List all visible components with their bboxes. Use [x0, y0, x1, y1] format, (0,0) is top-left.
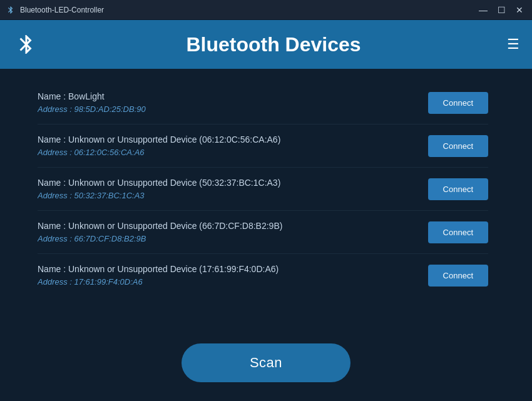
device-address: Address : 50:32:37:BC:1C:A3 [38, 191, 280, 200]
connect-button[interactable]: Connect [428, 135, 488, 157]
main-content: Name : BowLight Address : 98:5D:AD:25:DB… [0, 69, 532, 401]
list-item: Name : Unknown or Unsupported Device (66… [38, 211, 488, 254]
app-header: Bluetooth Devices ☰ [0, 20, 532, 69]
app-bluetooth-icon [6, 6, 15, 14]
list-item: Name : Unknown or Unsupported Device (50… [38, 168, 488, 211]
scan-button-container: Scan [38, 332, 494, 388]
device-name: Name : Unknown or Unsupported Device (66… [38, 221, 282, 231]
minimize-button[interactable]: — [476, 5, 490, 15]
scan-button[interactable]: Scan [182, 343, 350, 382]
device-list[interactable]: Name : BowLight Address : 98:5D:AD:25:DB… [38, 81, 494, 332]
list-item: Name : Unknown or Unsupported Device (17… [38, 254, 488, 297]
device-address: Address : 06:12:0C:56:CA:A6 [38, 148, 280, 157]
page-title: Bluetooth Devices [40, 33, 507, 56]
app-title: Bluetooth-LED-Controller [20, 6, 104, 14]
device-info: Name : Unknown or Unsupported Device (17… [38, 264, 279, 287]
connect-button[interactable]: Connect [428, 265, 488, 287]
list-item: Name : BowLight Address : 98:5D:AD:25:DB… [38, 81, 488, 124]
menu-icon[interactable]: ☰ [507, 36, 519, 53]
device-info: Name : Unknown or Unsupported Device (50… [38, 178, 280, 200]
device-info: Name : Unknown or Unsupported Device (66… [38, 221, 282, 243]
connect-button[interactable]: Connect [428, 92, 488, 114]
title-bar-left: Bluetooth-LED-Controller [6, 6, 104, 14]
device-name: Name : Unknown or Unsupported Device (06… [38, 135, 280, 145]
connect-button[interactable]: Connect [428, 221, 488, 243]
device-address: Address : 17:61:99:F4:0D:A6 [38, 277, 279, 287]
device-info: Name : BowLight Address : 98:5D:AD:25:DB… [38, 91, 146, 114]
device-name: Name : Unknown or Unsupported Device (50… [38, 178, 280, 188]
title-bar: Bluetooth-LED-Controller — ☐ ✕ [0, 0, 532, 20]
bluetooth-icon [13, 31, 40, 58]
title-bar-controls[interactable]: — ☐ ✕ [476, 5, 526, 15]
device-name: Name : Unknown or Unsupported Device (17… [38, 264, 279, 274]
device-address: Address : 66:7D:CF:D8:B2:9B [38, 234, 282, 243]
device-list-wrapper: Name : BowLight Address : 98:5D:AD:25:DB… [38, 81, 494, 332]
close-button[interactable]: ✕ [513, 5, 526, 15]
device-name: Name : BowLight [38, 91, 146, 101]
device-info: Name : Unknown or Unsupported Device (06… [38, 135, 280, 157]
connect-button[interactable]: Connect [428, 178, 488, 200]
device-address: Address : 98:5D:AD:25:DB:90 [38, 104, 146, 114]
list-item: Name : Unknown or Unsupported Device (06… [38, 124, 488, 168]
maximize-button[interactable]: ☐ [495, 5, 508, 15]
